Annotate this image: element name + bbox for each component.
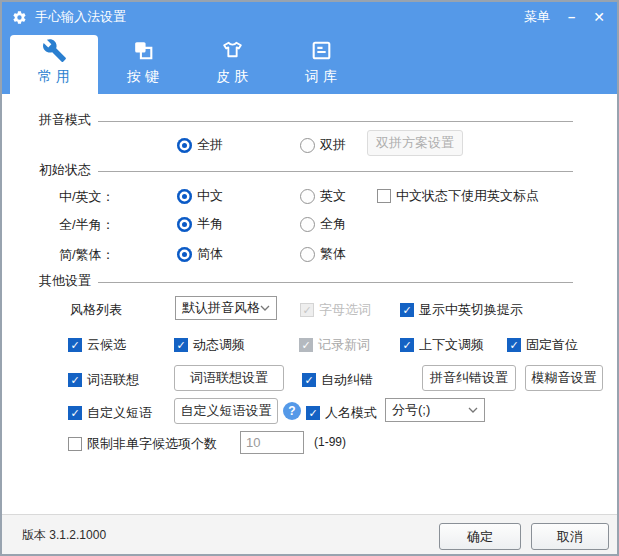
tab-label: 按 键 [127, 68, 159, 86]
wrench-icon [42, 38, 67, 63]
section-other-settings: 其他设置 [39, 272, 573, 290]
checkbox-limit-candidates[interactable]: 限制非单字候选项个数 [68, 435, 217, 453]
tab-skin[interactable]: 皮 肤 [188, 35, 276, 94]
chevron-down-icon [260, 305, 270, 311]
checkbox-label: 词语联想 [87, 371, 139, 389]
menu-button[interactable]: 菜单 [524, 2, 550, 32]
checkbox-label: 自定义短语 [87, 404, 152, 422]
checkbox-label: 显示中英切换提示 [419, 301, 523, 319]
checkbox-context-freq[interactable]: 上下文调频 [400, 336, 484, 354]
title-bar: 手心输入法设置 菜单 – ✕ [2, 2, 617, 32]
checkbox-dynamic-freq[interactable]: 动态调频 [174, 336, 245, 354]
gear-icon [12, 10, 27, 25]
dictionary-icon [309, 38, 334, 63]
checkbox-checked-icon [507, 338, 521, 352]
tab-common[interactable]: 常 用 [10, 35, 98, 94]
checkbox-unchecked-icon [68, 437, 82, 451]
checkbox-checked-icon [68, 373, 82, 387]
radio-english[interactable]: 英文 [300, 187, 346, 205]
simp-trad-row-label: 简/繁体： [59, 246, 115, 264]
checkbox-checked-icon [68, 406, 82, 420]
checkbox-label: 中文状态下使用英文标点 [396, 187, 539, 205]
tshirt-icon [220, 38, 245, 63]
footer-bar: 版本 3.1.2.1000 确定 取消 [2, 514, 617, 554]
radio-checked-icon [177, 189, 192, 204]
radio-full-width[interactable]: 全角 [300, 215, 346, 233]
checkbox-unchecked-icon [377, 189, 391, 203]
word-association-settings-button[interactable]: 词语联想设置 [174, 365, 284, 391]
radio-label: 全角 [320, 215, 346, 233]
checkbox-checked-icon [400, 303, 414, 317]
tab-keys[interactable]: 按 键 [99, 35, 187, 94]
window-title: 手心输入法设置 [35, 8, 126, 26]
radio-unchecked-icon [300, 138, 315, 153]
section-pinyin-mode: 拼音模式 [39, 111, 573, 129]
tab-dictionary[interactable]: 词 库 [277, 35, 365, 94]
full-half-row-label: 全/半角： [59, 216, 115, 234]
checkbox-label: 固定首位 [526, 336, 578, 354]
shuangpin-scheme-settings-button[interactable]: 双拼方案设置 [367, 130, 463, 156]
version-text: 版本 3.1.2.1000 [22, 526, 106, 543]
section-divider [98, 171, 573, 172]
checkbox-checked-icon [174, 338, 188, 352]
checkbox-fixed-first[interactable]: 固定首位 [507, 336, 578, 354]
ok-button[interactable]: 确定 [439, 523, 521, 550]
checkbox-cloud-candidate[interactable]: 云候选 [68, 336, 126, 354]
help-icon[interactable]: ? [283, 402, 301, 420]
radio-unchecked-icon [300, 189, 315, 204]
radio-checked-icon [177, 247, 192, 262]
checkbox-checked-icon [302, 373, 316, 387]
checkbox-checked-icon [306, 406, 320, 420]
checkbox-label: 动态调频 [193, 336, 245, 354]
settings-window: 手心输入法设置 菜单 – ✕ 常 用 按 键 皮 肤 [0, 0, 619, 556]
style-select[interactable]: 默认拼音风格 [175, 296, 277, 320]
section-divider [98, 282, 573, 283]
radio-simplified[interactable]: 简体 [177, 245, 223, 263]
keycaps-icon [131, 38, 156, 63]
name-mode-select[interactable]: 分号(;) [385, 398, 485, 422]
radio-chinese[interactable]: 中文 [177, 187, 223, 205]
radio-label: 全拼 [197, 136, 223, 154]
radio-traditional[interactable]: 繁体 [300, 245, 346, 263]
section-title: 拼音模式 [39, 111, 91, 129]
checkbox-label: 自动纠错 [321, 371, 373, 389]
radio-unchecked-icon [300, 247, 315, 262]
checkbox-letter-word: 字母选词 [300, 301, 371, 319]
checkbox-label: 人名模式 [325, 404, 377, 422]
radio-label: 双拼 [320, 136, 346, 154]
radio-label: 繁体 [320, 245, 346, 263]
radio-half-width[interactable]: 半角 [177, 215, 223, 233]
checkbox-name-mode[interactable]: 人名模式 [306, 404, 377, 422]
checkbox-custom-phrase[interactable]: 自定义短语 [68, 404, 152, 422]
checkbox-disabled-checked-icon [300, 303, 314, 317]
tab-label: 词 库 [305, 68, 337, 86]
section-title: 其他设置 [39, 272, 91, 290]
tab-label: 皮 肤 [216, 68, 248, 86]
cancel-button[interactable]: 取消 [531, 523, 609, 550]
checkbox-auto-correct[interactable]: 自动纠错 [302, 371, 373, 389]
checkbox-label: 限制非单字候选项个数 [87, 435, 217, 453]
pinyin-correct-settings-button[interactable]: 拼音纠错设置 [422, 365, 516, 391]
limit-count-input[interactable] [240, 431, 304, 454]
checkbox-english-punct[interactable]: 中文状态下使用英文标点 [377, 187, 539, 205]
minimize-button[interactable]: – [568, 2, 575, 32]
radio-full-pinyin[interactable]: 全拼 [177, 136, 223, 154]
tab-strip: 常 用 按 键 皮 肤 词 库 [2, 32, 617, 94]
checkbox-checked-icon [68, 338, 82, 352]
style-select-value: 默认拼音风格 [182, 299, 260, 317]
tab-label: 常 用 [38, 68, 70, 86]
radio-label: 半角 [197, 215, 223, 233]
radio-label: 中文 [197, 187, 223, 205]
section-title: 初始状态 [39, 161, 91, 179]
style-list-label: 风格列表 [70, 301, 122, 319]
close-button[interactable]: ✕ [593, 2, 605, 32]
radio-double-pinyin[interactable]: 双拼 [300, 136, 346, 154]
custom-phrase-settings-button[interactable]: 自定义短语设置 [174, 398, 278, 424]
radio-label: 简体 [197, 245, 223, 263]
section-divider [98, 121, 573, 122]
fuzzy-sound-settings-button[interactable]: 模糊音设置 [525, 365, 603, 391]
radio-checked-icon [177, 217, 192, 232]
checkbox-word-association[interactable]: 词语联想 [68, 371, 139, 389]
limit-range-hint: (1-99) [314, 435, 346, 449]
checkbox-switch-tip[interactable]: 显示中英切换提示 [400, 301, 523, 319]
